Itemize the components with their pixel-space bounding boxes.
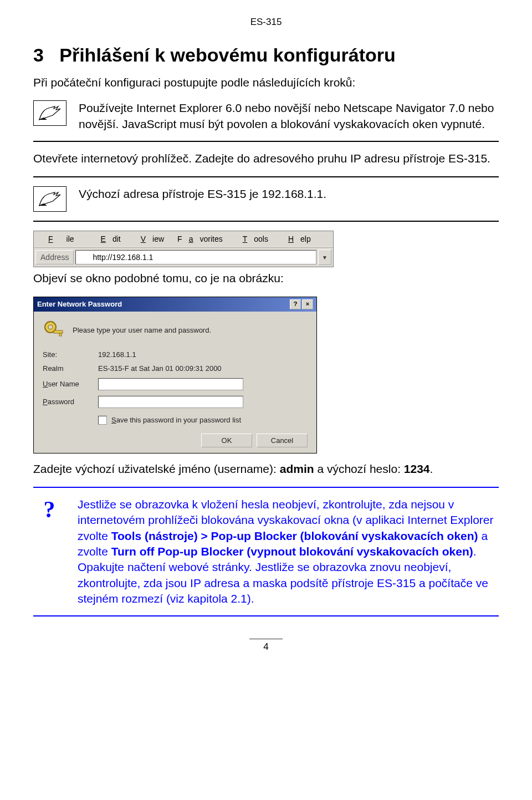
save-password-label: Save this password in your password list (111, 416, 241, 424)
realm-value: ES-315-F at Sat Jan 01 00:09:31 2000 (98, 364, 308, 373)
password-label: Password (43, 398, 93, 406)
credentials-text: Zadejte výchozí uživatelské jméno (usern… (33, 461, 499, 477)
realm-label: Realm (43, 364, 93, 373)
username-label: User Name (43, 380, 93, 388)
header-code: ES-315 (33, 17, 499, 28)
intro-text: Při počáteční konfiguraci postupujte pod… (33, 75, 499, 90)
address-input[interactable]: http://192.168.1.1 (75, 250, 316, 264)
divider (33, 176, 499, 177)
section-heading: 3 Přihlášení k webovému konfigurátoru (33, 44, 499, 66)
menu-help[interactable]: Help (275, 233, 318, 245)
menu-tools[interactable]: Tools (229, 233, 275, 245)
svg-rect-2 (54, 330, 63, 333)
cancel-button[interactable]: Cancel (257, 434, 308, 447)
svg-point-1 (48, 325, 53, 329)
menu-file[interactable]: File (35, 233, 88, 245)
page-number: 4 (249, 639, 283, 653)
username-input[interactable] (98, 378, 243, 390)
ie-toolbar: File Edit View Favorites Tools Help Addr… (33, 231, 334, 267)
ok-button[interactable]: OK (201, 434, 252, 447)
divider (33, 221, 499, 222)
note-1-text: Používejte Internet Explorer 6.0 nebo no… (79, 100, 499, 132)
password-dialog: Enter Network Password ? × Please type y… (33, 297, 317, 453)
address-dropdown-button[interactable]: ▼ (318, 249, 331, 265)
hand-note-icon (33, 186, 66, 212)
address-label: Address (35, 250, 74, 264)
blue-divider (33, 615, 499, 616)
divider (33, 141, 499, 142)
ie-menu-bar: File Edit View Favorites Tools Help (34, 231, 333, 247)
section-title: Přihlášení k webovému konfigurátoru (59, 44, 395, 65)
appears-text: Objeví se okno podobné tomu, co je na ob… (33, 271, 499, 286)
menu-view[interactable]: View (127, 233, 171, 245)
svg-rect-3 (59, 333, 62, 336)
key-icon (43, 319, 65, 342)
password-input[interactable] (98, 396, 243, 408)
dialog-prompt: Please type your user name and password. (73, 326, 211, 334)
save-password-checkbox[interactable] (98, 416, 107, 425)
note-2-text: Výchozí adresa přístroje ES-315 je 192.1… (79, 186, 326, 202)
question-mark-icon: ? (33, 497, 65, 521)
menu-edit[interactable]: Edit (88, 233, 127, 245)
dialog-title: Enter Network Password (37, 300, 122, 308)
hand-note-icon (33, 100, 66, 126)
menu-favorites[interactable]: Favorites (171, 233, 229, 245)
blue-divider (33, 487, 499, 488)
step-open-text: Otevřete internetový prohlížeč. Zadejte … (33, 151, 499, 166)
troubleshoot-text: Jestliže se obrazovka k vložení hesla ne… (78, 497, 499, 607)
dialog-close-button[interactable]: × (302, 299, 313, 309)
site-label: Site: (43, 350, 93, 359)
dialog-help-button[interactable]: ? (290, 299, 301, 309)
site-value: 192.168.1.1 (98, 350, 308, 359)
section-number: 3 (33, 44, 44, 65)
